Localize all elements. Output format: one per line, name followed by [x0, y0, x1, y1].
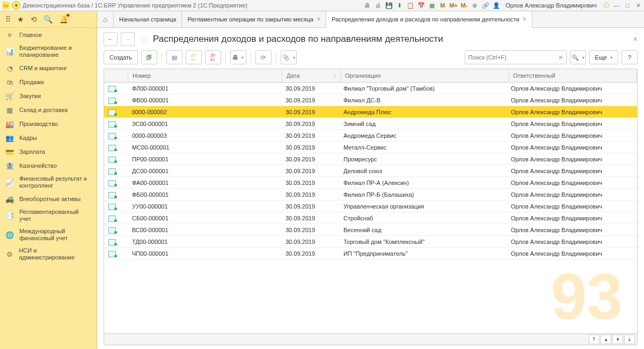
cell-organization: Весенний сад — [339, 224, 507, 235]
sidebar-item-13[interactable]: 🌐Международный финансовый учет — [0, 225, 97, 244]
search-clear-icon[interactable]: × — [557, 53, 564, 62]
sidebar-item-10[interactable]: 📈Финансовый результат и контроллинг — [0, 173, 97, 192]
sidebar-item-6[interactable]: 🏭Производство — [0, 117, 97, 131]
sidebar-item-9[interactable]: 🏦Казначейство — [0, 159, 97, 173]
back-button[interactable]: ← — [104, 32, 118, 46]
cell-organization: Металл-Сервис — [339, 142, 507, 153]
maximize-icon[interactable]: □ — [624, 2, 631, 9]
table-row[interactable]: 0000-00000230.09.2019Андромеда ПлюсОрлов… — [104, 106, 637, 118]
document-icon — [108, 120, 117, 128]
sidebar-item-12[interactable]: 📑Регламентированный учет — [0, 206, 97, 225]
cell-responsible: Орлов Александр Владимирович — [507, 248, 637, 259]
sidebar-item-1[interactable]: 📊Бюджетирование и планирование — [0, 42, 97, 61]
sidebar-item-7[interactable]: 👥Кадры — [0, 131, 97, 145]
col-date[interactable]: Дата↓ — [282, 69, 341, 82]
forward-button[interactable]: → — [121, 32, 135, 46]
attach-dropdown[interactable]: 📎 — [281, 50, 297, 64]
link-icon[interactable]: 🔗 — [482, 2, 489, 9]
refresh-button[interactable]: ⟳ — [255, 50, 272, 64]
create-button[interactable]: Создать — [104, 50, 138, 64]
sidebar-label: Производство — [19, 121, 58, 128]
search-input[interactable] — [467, 54, 558, 61]
nav-down-icon[interactable]: ▾ — [12, 1, 20, 10]
search-icon[interactable]: 🔍 — [43, 15, 53, 24]
sidebar-item-14[interactable]: ⚙НСИ и администрирование — [0, 244, 97, 264]
table-row[interactable]: ТД00-00000130.09.2019Торговый дом "Компл… — [104, 236, 637, 248]
print-preview-icon[interactable]: 🖶 — [364, 2, 371, 9]
favorite-toggle-icon[interactable]: ☆ — [140, 34, 148, 44]
dtkt-button[interactable]: ДтКт — [205, 50, 221, 64]
sidebar-icon: 🚜 — [5, 195, 14, 203]
scroll-top-button[interactable]: ⤒ — [589, 335, 599, 344]
help-button[interactable]: ? — [621, 50, 638, 64]
table-row[interactable]: ФА00-00000130.09.2019Филиал ПР-А (Алекси… — [104, 177, 637, 189]
window-title: Демонстрационная база / 1С:ERP Управлени… — [23, 2, 247, 9]
tab-2[interactable]: Распределения доходов и расходов по напр… — [326, 11, 532, 28]
sidebar-item-2[interactable]: ◔CRM и маркетинг — [0, 61, 97, 75]
sidebar-item-0[interactable]: ≡Главное — [0, 28, 97, 42]
info-icon[interactable]: ⓘ — [602, 2, 610, 9]
list-view-button[interactable]: ▤ — [166, 50, 182, 64]
compare-icon[interactable]: ⬇ — [396, 2, 404, 9]
more-button[interactable]: Еще — [589, 50, 618, 64]
sidebar-item-8[interactable]: 💳Зарплата — [0, 145, 97, 159]
table-row[interactable]: 0000-00000330.09.2019Андромеда СервисОрл… — [104, 130, 637, 142]
sidebar-item-5[interactable]: ▦Склад и доставка — [0, 103, 97, 117]
calculator-icon[interactable]: ▦ — [428, 2, 436, 9]
table-row[interactable]: ФЛ00-00000130.09.2019Филиал "Торговый до… — [104, 83, 637, 94]
favorite-icon[interactable]: ★ — [17, 15, 24, 24]
table-row[interactable]: ФВ00-00000130.09.2019Филиал ДС-ВОрлов Ал… — [104, 94, 637, 106]
m-button[interactable]: M — [439, 2, 447, 9]
apps-icon[interactable]: ⠿ — [5, 15, 11, 24]
table-row[interactable]: ПР00-00000130.09.2019ПромресурсОрлов Але… — [104, 153, 637, 165]
calendar-icon[interactable]: 📅 — [418, 2, 425, 9]
table-row[interactable]: ЗС00-00000130.09.2019Зимний садОрлов Але… — [104, 118, 637, 130]
sidebar-item-11[interactable]: 🚜Внеоборотные активы — [0, 192, 97, 206]
table-row[interactable]: СБ00-00000130.09.2019СтройснабОрлов Алек… — [104, 212, 637, 224]
sidebar-item-4[interactable]: 🛒Закупки — [0, 89, 97, 103]
table-row[interactable]: МС00-00000130.09.2019Металл-СервисОрлов … — [104, 142, 637, 153]
notifications-icon[interactable]: 🔔 — [59, 15, 68, 24]
col-responsible[interactable]: Ответственный — [509, 69, 637, 82]
print-dropdown[interactable]: 🖶 — [230, 50, 246, 64]
tab-0[interactable]: Начальная страница — [114, 11, 182, 27]
scroll-bottom-button[interactable]: ⤓ — [624, 335, 635, 344]
col-number[interactable]: Номер — [128, 69, 282, 82]
clipboard-icon[interactable]: 📋 — [407, 2, 414, 9]
tab-close-icon[interactable]: × — [523, 16, 526, 23]
close-icon[interactable]: ✕ — [634, 2, 642, 9]
table-row[interactable]: ФБ00-00000130.09.2019Филиал ПР-Б (Балаши… — [104, 189, 637, 201]
minimize-icon[interactable]: — — [613, 2, 620, 9]
cell-responsible: Орлов Александр Владимирович — [507, 106, 637, 117]
sidebar-item-3[interactable]: 🛍Продажи — [0, 75, 97, 89]
scroll-down-button[interactable]: ▾ — [612, 335, 623, 344]
history-icon[interactable]: ⟲ — [31, 15, 37, 24]
save-icon[interactable]: 💾 — [385, 2, 393, 9]
table-row[interactable]: УУ00-00000130.09.2019Управленческая орга… — [104, 201, 637, 212]
tab-close-icon[interactable]: × — [317, 16, 320, 23]
table-row[interactable]: ЧП00-00000130.09.2019ИП "Предприниматель… — [104, 248, 637, 259]
search-box[interactable]: × — [465, 50, 567, 64]
find-button[interactable]: 🔍 — [570, 50, 586, 64]
app-logo-icon: 1c — [2, 2, 10, 9]
username[interactable]: Орлов Александр Владимирович — [503, 2, 599, 9]
col-organization[interactable]: Организация — [341, 69, 509, 82]
sidebar-label: Продажи — [19, 79, 44, 86]
cell-date: 30.09.2019 — [281, 106, 339, 117]
scroll-up-button[interactable]: ▴ — [601, 335, 611, 344]
tab-bar: ⌂ Начальная страницаРегламентные операци… — [97, 11, 644, 28]
m-plus-button[interactable]: M+ — [450, 2, 457, 9]
cell-responsible: Орлов Александр Владимирович — [507, 118, 637, 129]
home-icon[interactable]: ⌂ — [97, 11, 114, 27]
zoom-in-icon[interactable]: ⊕ — [471, 2, 479, 9]
dtcr-button[interactable]: ДтКт — [186, 50, 202, 64]
page-close-icon[interactable]: × — [633, 35, 638, 43]
m-minus-button[interactable]: M- — [460, 2, 468, 9]
print-icon[interactable]: 🖨 — [375, 2, 382, 9]
copy-button[interactable]: 🗐 — [141, 50, 157, 64]
cell-number: ЧП00-000001 — [128, 248, 281, 259]
table-row[interactable]: ДС00-00000130.09.2019Деловой союзОрлов А… — [104, 165, 637, 177]
table-row[interactable]: ВС00-00000130.09.2019Весенний садОрлов А… — [104, 224, 637, 236]
tab-1[interactable]: Регламентные операции по закрытию месяца… — [182, 11, 326, 27]
col-icon[interactable] — [104, 69, 128, 82]
